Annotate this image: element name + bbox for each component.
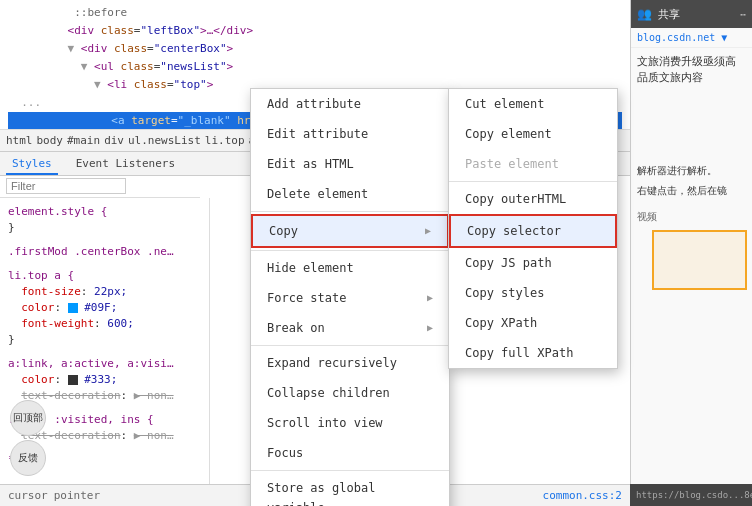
menu-item-break-on[interactable]: Break on ▶: [251, 313, 449, 343]
tab-styles[interactable]: Styles: [6, 154, 58, 175]
share-icon: 👥: [637, 7, 652, 21]
submenu-item-copy-js-path[interactable]: Copy JS path: [449, 248, 617, 278]
bottom-left-buttons: 回顶部 反馈: [10, 400, 46, 476]
context-menu: Add attribute Edit attribute Edit as HTM…: [250, 88, 450, 506]
style-selector: li.top a {: [8, 269, 74, 282]
filter-row: [0, 176, 200, 198]
submenu-item-copy-full-xpath[interactable]: Copy full XPath: [449, 338, 617, 368]
style-close-brace: }: [8, 221, 15, 234]
right-panel-top: 👥 共享 ⋯: [631, 0, 752, 28]
style-rule-litop: li.top a { font-size: 22px; color: #09F;…: [8, 268, 201, 348]
breadcrumb-div[interactable]: div: [104, 134, 124, 147]
right-content-1: 文旅消费升级亟须高品质文旅内容: [631, 48, 752, 92]
menu-item-hide-element[interactable]: Hide element: [251, 253, 449, 283]
menu-item-edit-attribute[interactable]: Edit attribute: [251, 119, 449, 149]
submenu-item-cut-element[interactable]: Cut element: [449, 89, 617, 119]
menu-separator: [251, 250, 449, 251]
dom-line: ::before: [8, 4, 622, 22]
feedback-button[interactable]: 反馈: [10, 440, 46, 476]
tab-event-listeners[interactable]: Event Listeners: [70, 154, 181, 175]
submenu-separator: [449, 181, 617, 182]
right-content-3: 右键点击，然后在镜: [631, 182, 752, 200]
menu-item-add-attribute[interactable]: Add attribute: [251, 89, 449, 119]
css-file-ref[interactable]: common.css:2: [543, 489, 622, 502]
menu-item-delete-element[interactable]: Delete element: [251, 179, 449, 209]
arrow-right-icon: ▶: [425, 221, 431, 241]
breadcrumb-li[interactable]: li.top: [205, 134, 245, 147]
menu-separator: [251, 470, 449, 471]
right-content-4: 视频: [631, 208, 752, 226]
arrow-right-icon: ▶: [427, 318, 433, 338]
css-property: cursor: [8, 489, 48, 502]
bottom-right-bar: https://blog.csdo...8ezhud/ying80 全部显示 ✕: [630, 484, 752, 506]
back-to-top-button[interactable]: 回顶部: [10, 400, 46, 436]
dom-line: ▼ <div class="centerBox">: [8, 40, 622, 58]
menu-separator: [251, 211, 449, 212]
style-rule: element.style { }: [8, 204, 201, 236]
style-selector: element.style {: [8, 205, 107, 218]
css-value: pointer: [54, 489, 100, 502]
menu-separator: [251, 345, 449, 346]
menu-item-edit-as-html[interactable]: Edit as HTML: [251, 149, 449, 179]
right-url[interactable]: blog.csdn.net ▼: [631, 28, 752, 48]
dom-line: ▼ <ul class="newsList">: [8, 58, 622, 76]
menu-item-store-global[interactable]: Store as global variable: [251, 473, 449, 506]
menu-item-collapse-children[interactable]: Collapse children: [251, 378, 449, 408]
filter-input[interactable]: [6, 178, 126, 194]
submenu-item-copy-styles[interactable]: Copy styles: [449, 278, 617, 308]
arrow-right-icon: ▶: [427, 288, 433, 308]
submenu-item-copy-selector[interactable]: Copy selector: [449, 214, 617, 248]
submenu-item-copy-xpath[interactable]: Copy XPath: [449, 308, 617, 338]
right-content-2: 解析器进行解析。: [631, 160, 752, 182]
submenu-item-copy-outerhtml[interactable]: Copy outerHTML: [449, 184, 617, 214]
submenu-item-copy-element[interactable]: Copy element: [449, 119, 617, 149]
highlight-box: [652, 230, 747, 290]
breadcrumb-html[interactable]: html: [6, 134, 33, 147]
submenu-copy: Cut element Copy element Paste element C…: [448, 88, 618, 369]
style-selector: .firstMod .centerBox .ne…: [8, 245, 174, 258]
menu-item-scroll-into-view[interactable]: Scroll into view: [251, 408, 449, 438]
breadcrumb-ul[interactable]: ul.newsList: [128, 134, 201, 147]
menu-item-expand-recursively[interactable]: Expand recursively: [251, 348, 449, 378]
menu-item-focus[interactable]: Focus: [251, 438, 449, 468]
menu-item-force-state[interactable]: Force state ▶: [251, 283, 449, 313]
expand-icon[interactable]: ⋯: [740, 9, 746, 20]
breadcrumb-main[interactable]: #main: [67, 134, 100, 147]
breadcrumb-body[interactable]: body: [37, 134, 64, 147]
dom-line: <div class="leftBox">…</div>: [8, 22, 622, 40]
bottom-url: https://blog.csdo...8ezhud/ying80: [636, 490, 752, 500]
style-rule-alink: a:link, a:active, a:visi… color: #333; t…: [8, 356, 201, 404]
style-selector: a:link, a:active, a:visi…: [8, 357, 174, 370]
style-rule: .firstMod .centerBox .ne…: [8, 244, 201, 260]
menu-item-copy[interactable]: Copy ▶: [251, 214, 449, 248]
share-button[interactable]: 共享: [658, 7, 680, 22]
submenu-item-paste-element: Paste element: [449, 149, 617, 179]
right-panel: 👥 共享 ⋯ blog.csdn.net ▼ 文旅消费升级亟须高品质文旅内容 解…: [630, 0, 752, 506]
